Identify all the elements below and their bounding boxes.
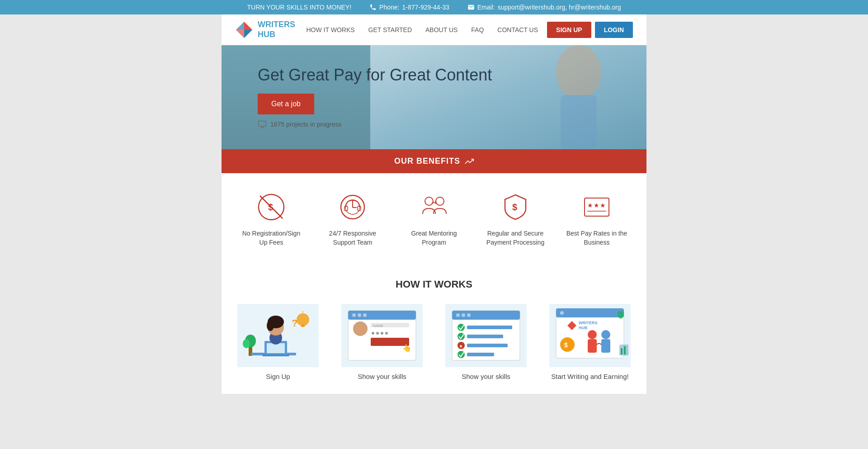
no-fees-icon: $ [255, 191, 287, 223]
svg-text:★: ★ [459, 344, 463, 349]
svg-text:$: $ [564, 341, 568, 349]
svg-point-77 [560, 311, 564, 315]
svg-point-62 [456, 313, 460, 317]
svg-point-47 [352, 313, 356, 317]
nav-faq[interactable]: FAQ [471, 26, 484, 33]
navbar: WRITERS HUB HOW IT WORKS GET STARTED ABO… [222, 14, 646, 45]
logo-area: WRITERS HUB [235, 20, 295, 39]
svg-rect-66 [467, 326, 512, 329]
nav-contact-us[interactable]: CONTACT US [497, 26, 538, 33]
svg-rect-68 [467, 335, 503, 338]
svg-rect-76 [556, 308, 624, 317]
phone-number: 1-877-929-44-33 [402, 4, 449, 11]
mentoring-icon [418, 191, 450, 223]
logo-icon [235, 21, 253, 39]
svg-rect-42 [301, 325, 305, 327]
svg-point-31 [243, 339, 250, 348]
svg-point-67 [458, 333, 465, 340]
svg-rect-71 [467, 344, 508, 347]
svg-rect-73 [467, 353, 494, 356]
svg-point-65 [458, 324, 465, 331]
svg-point-64 [467, 313, 471, 317]
logo-hub: HUB [258, 30, 295, 40]
nav-about-us[interactable]: ABOUT US [425, 26, 458, 33]
step-signup-image: ? [237, 304, 319, 367]
svg-point-50 [353, 321, 368, 336]
benefit-no-fees-label: No Registration/Sign Up Fees [240, 229, 303, 247]
svg-point-72 [458, 351, 465, 358]
benefit-payment-label: Regular and Secure Payment Processing [484, 229, 547, 247]
projects-icon [258, 120, 267, 129]
benefit-pay-rates: ★ ★ ★ Best Pay Rates in the Business [556, 187, 637, 251]
how-it-works-title: HOW IT WORKS [231, 279, 637, 290]
trending-icon [465, 157, 474, 166]
svg-point-19 [425, 197, 433, 205]
benefits-bar: OUR BENEFITS [222, 149, 646, 173]
benefit-mentoring-label: Great Mentoring Program [402, 229, 466, 247]
svg-point-20 [436, 197, 444, 205]
page-wrapper: TURN YOUR SKILLS INTO MONEY! Phone: 1-87… [0, 0, 868, 394]
svg-rect-7 [259, 121, 266, 127]
benefit-payment: $ Regular and Secure Payment Processing [475, 187, 556, 251]
svg-point-55 [381, 332, 383, 335]
svg-rect-84 [588, 339, 597, 353]
promo-label: TURN YOUR SKILLS INTO MONEY! [247, 4, 352, 11]
svg-point-63 [462, 313, 465, 317]
step-earning: WRITERS HUB $ [542, 304, 637, 380]
svg-text:$: $ [512, 202, 517, 212]
svg-point-54 [376, 332, 379, 335]
svg-rect-86 [601, 339, 610, 353]
email-address: support@writershub.org, hr@writershub.or… [498, 4, 621, 11]
nav-get-started[interactable]: GET STARTED [368, 26, 412, 33]
projects-count: 1675 projects in progress [270, 121, 341, 128]
benefit-mentoring: Great Mentoring Program [393, 187, 475, 251]
svg-rect-88 [621, 348, 623, 354]
support-icon [337, 191, 368, 223]
logo-text: WRITERS HUB [258, 20, 295, 39]
step-skills-image: NAME 👆 [341, 304, 423, 367]
svg-text:★: ★ [587, 202, 593, 209]
svg-point-53 [372, 332, 374, 335]
step-writing-label: Show your skills [462, 373, 510, 380]
svg-rect-34 [267, 343, 285, 353]
email-label: Email: [477, 4, 495, 11]
svg-point-85 [601, 330, 610, 339]
phone-icon [369, 4, 377, 11]
content-area: WRITERS HUB HOW IT WORKS GET STARTED ABO… [222, 14, 646, 394]
how-it-works-section: HOW IT WORKS [222, 265, 646, 394]
signup-button[interactable]: SIGN UP [547, 22, 591, 38]
phone-label: Phone: [379, 4, 399, 11]
hero-section: Get Great Pay for Great Content Get a jo… [222, 45, 646, 149]
hero-title: Get Great Pay for Great Content [258, 66, 492, 85]
hero-content: Get Great Pay for Great Content Get a jo… [258, 66, 492, 129]
benefit-support-label: 24/7 Responsive Support Team [321, 229, 384, 247]
benefit-support: 24/7 Responsive Support Team [312, 187, 393, 251]
nav-links: HOW IT WORKS GET STARTED ABOUT US FAQ CO… [306, 26, 538, 33]
svg-point-48 [358, 313, 361, 317]
step-earning-label: Start Writing and Earning! [551, 373, 628, 380]
login-button[interactable]: LOGIN [595, 22, 633, 38]
promo-text: TURN YOUR SKILLS INTO MONEY! [247, 4, 352, 11]
svg-text:NAME: NAME [373, 324, 383, 328]
svg-point-56 [385, 332, 388, 335]
nav-how-it-works[interactable]: HOW IT WORKS [306, 26, 354, 33]
svg-point-39 [267, 320, 274, 331]
step-skills: NAME 👆 Show your skills [335, 304, 429, 380]
steps-grid: ? Sign Up [231, 304, 637, 380]
svg-text:WRITERS: WRITERS [579, 321, 598, 325]
step-signup: ? Sign Up [231, 304, 326, 380]
phone-item: Phone: 1-877-929-44-33 [369, 4, 449, 11]
svg-text:★: ★ [600, 202, 606, 209]
email-item: Email: support@writershub.org, hr@writer… [467, 4, 621, 11]
benefits-grid: $ No Registration/Sign Up Fees 24/7 Resp… [222, 173, 646, 265]
get-job-button[interactable]: Get a job [258, 94, 314, 114]
payment-icon: $ [500, 191, 531, 223]
svg-text:★: ★ [594, 202, 599, 209]
svg-text:$: $ [268, 202, 273, 212]
svg-text:HUB: HUB [579, 326, 588, 330]
step-writing-image: ★ [445, 304, 527, 367]
pay-rates-icon: ★ ★ ★ [581, 191, 613, 223]
svg-rect-89 [624, 346, 626, 354]
email-icon [467, 4, 475, 11]
step-writing: ★ Show your skills [439, 304, 533, 380]
